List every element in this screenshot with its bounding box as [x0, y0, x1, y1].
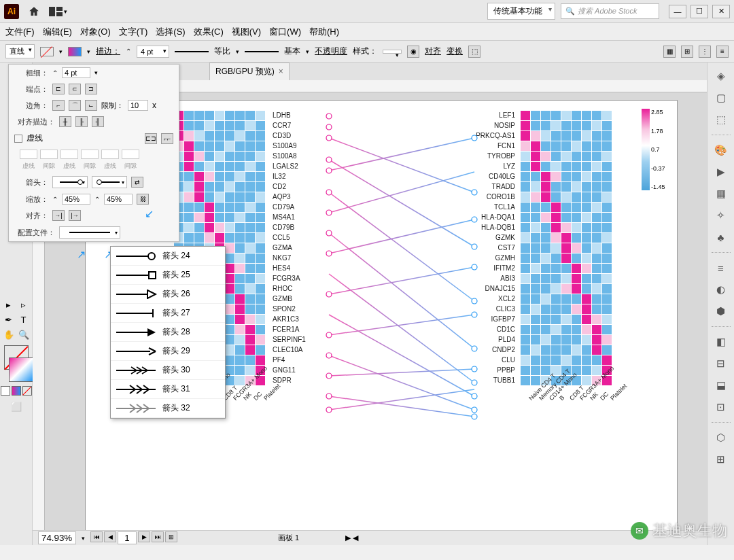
stroke-icon[interactable]: ≡	[713, 260, 729, 276]
cap-round[interactable]: ⊂	[69, 84, 81, 94]
grid-icon[interactable]: ▦	[663, 46, 676, 58]
transparency-icon[interactable]: ◧	[713, 334, 729, 350]
selection-tool[interactable]: ▸	[2, 298, 16, 311]
join-bevel[interactable]: ⌙	[85, 100, 97, 111]
arrowhead-option[interactable]: 箭头 24	[111, 247, 225, 266]
home-icon[interactable]	[26, 3, 42, 20]
direct-select-tool[interactable]: ▹	[17, 298, 31, 311]
type-tool[interactable]: T	[17, 313, 31, 326]
artboard-number[interactable]	[118, 531, 137, 544]
artboard-menu[interactable]: ⊞	[165, 531, 177, 542]
arrowhead-option[interactable]: 箭头 26	[111, 285, 225, 304]
dash-align[interactable]: ⌐⌐	[161, 133, 173, 144]
appearance-icon[interactable]: ◐	[713, 281, 729, 298]
menu-edit[interactable]: 编辑(E)	[43, 26, 72, 38]
minimize-button[interactable]: —	[669, 5, 686, 18]
align-center[interactable]: ╫	[59, 116, 71, 127]
gap-3[interactable]	[122, 150, 139, 159]
arrowhead-option[interactable]: 箭头 29	[111, 342, 225, 361]
align-icon[interactable]: ⊟	[713, 355, 729, 372]
gap-2[interactable]	[81, 150, 99, 159]
gap-1[interactable]	[40, 150, 58, 159]
artboard-first[interactable]: ⏮	[90, 531, 103, 542]
menu-object[interactable]: 对象(O)	[80, 26, 111, 38]
transform-label[interactable]: 变换	[447, 46, 463, 57]
arrowhead-option[interactable]: 箭头 31	[111, 380, 225, 399]
menu-file[interactable]: 文件(F)	[5, 26, 35, 38]
align-inside[interactable]: ╟	[75, 116, 88, 127]
color-mode[interactable]	[1, 386, 10, 396]
cap-butt[interactable]: ⊏	[52, 84, 65, 94]
align-label[interactable]: 对齐	[425, 46, 441, 57]
stroke-indicator[interactable]	[9, 357, 33, 382]
arrowhead-option[interactable]: 箭头 28	[111, 323, 225, 342]
swap-arrows[interactable]: ⇄	[131, 177, 143, 188]
screen-mode[interactable]: ⬜	[10, 400, 23, 413]
stroke-weight[interactable]: 4 pt	[137, 46, 169, 58]
recolor-icon[interactable]: ◉	[407, 46, 419, 58]
shape-dropdown[interactable]: 直线	[5, 44, 35, 58]
doc-tab-close[interactable]: ×	[279, 67, 283, 76]
align-outside[interactable]: ╢	[92, 116, 104, 127]
dash-checkbox[interactable]	[14, 135, 22, 143]
arrowhead-option[interactable]: 箭头 32	[111, 399, 225, 418]
swatches-icon[interactable]: ▶	[713, 164, 729, 180]
snap-icon[interactable]: ⊞	[681, 46, 693, 58]
weight-input[interactable]	[62, 67, 90, 78]
cap-project[interactable]: ⊐	[85, 84, 97, 94]
zoom-input[interactable]	[38, 531, 76, 544]
document-tab[interactable]: RGB/GPU 预览) ×	[209, 63, 290, 81]
dash-2[interactable]	[60, 150, 78, 159]
arrow-extend[interactable]: →|	[52, 210, 65, 221]
menu-select[interactable]: 选择(S)	[156, 26, 185, 38]
maximize-button[interactable]: ☐	[691, 5, 708, 18]
join-round[interactable]: ⌒	[69, 100, 81, 111]
profile-dropdown[interactable]	[59, 226, 120, 239]
isolate-icon[interactable]: ⬚	[468, 46, 480, 58]
arrowhead-option[interactable]: 箭头 30	[111, 361, 225, 380]
graphic-styles-icon[interactable]: ⬢	[713, 303, 729, 319]
dash-preserve[interactable]: ⊏⊐	[145, 133, 157, 144]
arrow-tip[interactable]: |→	[69, 210, 81, 221]
asset-export-icon[interactable]: ⬡	[713, 430, 729, 446]
artboard-prev[interactable]: ◀	[104, 531, 116, 542]
stroke-swatch[interactable]	[68, 47, 82, 56]
menu-view[interactable]: 视图(V)	[232, 26, 261, 38]
pen-tool[interactable]: ✒	[2, 313, 16, 326]
menu-window[interactable]: 窗口(W)	[269, 26, 301, 38]
artboard-last[interactable]: ⏭	[152, 531, 164, 542]
stroke-panel[interactable]: 粗细： ⌃▾ 端点： ⊏ ⊂ ⊐ 边角： ⌐ ⌒ ⌙ 限制： x 对齐描边： ╫…	[8, 64, 179, 242]
prefs-icon[interactable]: ⋮	[699, 46, 711, 58]
symbols-icon[interactable]: ♣	[713, 229, 729, 245]
arrowhead-option[interactable]: 箭头 27	[111, 304, 225, 323]
arrowhead-option[interactable]: 箭头 25	[111, 266, 225, 285]
workspace-dropdown[interactable]: 传统基本功能	[487, 3, 555, 20]
panel-menu-icon[interactable]: ≡	[716, 46, 729, 58]
artboards-icon[interactable]: ▢	[713, 90, 729, 106]
fill-swatch[interactable]	[40, 47, 54, 56]
dash-1[interactable]	[20, 150, 37, 159]
menu-type[interactable]: 文字(T)	[119, 26, 148, 38]
arrowhead-popup[interactable]: 箭头 24箭头 25箭头 26箭头 27箭头 28箭头 29箭头 30箭头 31…	[110, 246, 226, 419]
layers-icon[interactable]: ◈	[713, 68, 729, 84]
artboard-next[interactable]: ▶	[138, 531, 150, 542]
zoom-tool[interactable]: 🔍	[17, 328, 31, 341]
layout-switcher[interactable]: ▾	[48, 3, 68, 20]
close-button[interactable]: ✕	[712, 5, 730, 18]
hand-tool[interactable]: ✋	[2, 328, 16, 341]
color-icon[interactable]: 🎨	[713, 142, 729, 158]
menu-effect[interactable]: 效果(C)	[194, 26, 224, 38]
scale-end[interactable]	[104, 194, 133, 205]
menu-help[interactable]: 帮助(H)	[309, 26, 339, 38]
brushes-icon[interactable]: ✧	[713, 207, 729, 224]
gradient-icon[interactable]: ▦	[713, 186, 729, 202]
search-input[interactable]: 🔍 搜索 Adobe Stock	[561, 3, 659, 19]
gradient-mode[interactable]	[12, 386, 21, 396]
arrow-end-dropdown[interactable]	[92, 176, 127, 188]
miter-limit[interactable]	[128, 100, 148, 111]
dash-3[interactable]	[101, 150, 119, 159]
link-scale[interactable]: ⛓	[137, 194, 149, 205]
css-icon[interactable]: ⊞	[713, 451, 729, 468]
none-mode[interactable]	[22, 386, 32, 396]
join-miter[interactable]: ⌐	[52, 100, 65, 111]
